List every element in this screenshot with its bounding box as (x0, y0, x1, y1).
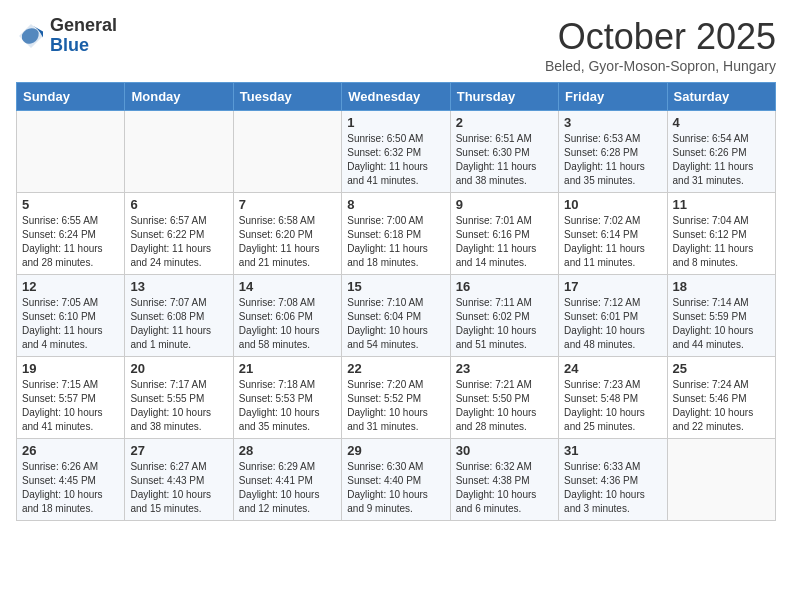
calendar-cell: 22Sunrise: 7:20 AM Sunset: 5:52 PM Dayli… (342, 357, 450, 439)
day-info: Sunrise: 7:10 AM Sunset: 6:04 PM Dayligh… (347, 296, 444, 352)
calendar-cell: 2Sunrise: 6:51 AM Sunset: 6:30 PM Daylig… (450, 111, 558, 193)
weekday-header-thursday: Thursday (450, 83, 558, 111)
calendar-cell: 21Sunrise: 7:18 AM Sunset: 5:53 PM Dayli… (233, 357, 341, 439)
day-number: 5 (22, 197, 119, 212)
day-number: 28 (239, 443, 336, 458)
title-block: October 2025 Beled, Gyor-Moson-Sopron, H… (545, 16, 776, 74)
day-number: 25 (673, 361, 770, 376)
day-info: Sunrise: 7:04 AM Sunset: 6:12 PM Dayligh… (673, 214, 770, 270)
day-info: Sunrise: 7:24 AM Sunset: 5:46 PM Dayligh… (673, 378, 770, 434)
calendar-cell: 18Sunrise: 7:14 AM Sunset: 5:59 PM Dayli… (667, 275, 775, 357)
calendar-table: SundayMondayTuesdayWednesdayThursdayFrid… (16, 82, 776, 521)
calendar-cell (667, 439, 775, 521)
day-number: 14 (239, 279, 336, 294)
logo-icon (16, 21, 46, 51)
day-number: 10 (564, 197, 661, 212)
day-number: 31 (564, 443, 661, 458)
day-info: Sunrise: 7:21 AM Sunset: 5:50 PM Dayligh… (456, 378, 553, 434)
day-info: Sunrise: 7:20 AM Sunset: 5:52 PM Dayligh… (347, 378, 444, 434)
month-title: October 2025 (545, 16, 776, 58)
calendar-cell: 1Sunrise: 6:50 AM Sunset: 6:32 PM Daylig… (342, 111, 450, 193)
calendar-cell: 30Sunrise: 6:32 AM Sunset: 4:38 PM Dayli… (450, 439, 558, 521)
day-info: Sunrise: 7:02 AM Sunset: 6:14 PM Dayligh… (564, 214, 661, 270)
page-header: General Blue October 2025 Beled, Gyor-Mo… (16, 16, 776, 74)
day-info: Sunrise: 7:08 AM Sunset: 6:06 PM Dayligh… (239, 296, 336, 352)
logo-text: General Blue (50, 16, 117, 56)
calendar-week-5: 26Sunrise: 6:26 AM Sunset: 4:45 PM Dayli… (17, 439, 776, 521)
day-info: Sunrise: 7:17 AM Sunset: 5:55 PM Dayligh… (130, 378, 227, 434)
day-number: 6 (130, 197, 227, 212)
calendar-cell: 17Sunrise: 7:12 AM Sunset: 6:01 PM Dayli… (559, 275, 667, 357)
calendar-cell: 28Sunrise: 6:29 AM Sunset: 4:41 PM Dayli… (233, 439, 341, 521)
calendar-cell: 25Sunrise: 7:24 AM Sunset: 5:46 PM Dayli… (667, 357, 775, 439)
day-info: Sunrise: 7:11 AM Sunset: 6:02 PM Dayligh… (456, 296, 553, 352)
calendar-week-2: 5Sunrise: 6:55 AM Sunset: 6:24 PM Daylig… (17, 193, 776, 275)
day-number: 2 (456, 115, 553, 130)
weekday-header-row: SundayMondayTuesdayWednesdayThursdayFrid… (17, 83, 776, 111)
day-number: 17 (564, 279, 661, 294)
day-info: Sunrise: 6:55 AM Sunset: 6:24 PM Dayligh… (22, 214, 119, 270)
day-info: Sunrise: 7:12 AM Sunset: 6:01 PM Dayligh… (564, 296, 661, 352)
calendar-week-3: 12Sunrise: 7:05 AM Sunset: 6:10 PM Dayli… (17, 275, 776, 357)
day-number: 24 (564, 361, 661, 376)
calendar-cell: 4Sunrise: 6:54 AM Sunset: 6:26 PM Daylig… (667, 111, 775, 193)
subtitle: Beled, Gyor-Moson-Sopron, Hungary (545, 58, 776, 74)
day-number: 8 (347, 197, 444, 212)
day-number: 3 (564, 115, 661, 130)
calendar-cell: 23Sunrise: 7:21 AM Sunset: 5:50 PM Dayli… (450, 357, 558, 439)
calendar-cell: 12Sunrise: 7:05 AM Sunset: 6:10 PM Dayli… (17, 275, 125, 357)
day-info: Sunrise: 6:54 AM Sunset: 6:26 PM Dayligh… (673, 132, 770, 188)
day-number: 26 (22, 443, 119, 458)
day-number: 1 (347, 115, 444, 130)
weekday-header-friday: Friday (559, 83, 667, 111)
day-number: 23 (456, 361, 553, 376)
calendar-cell: 3Sunrise: 6:53 AM Sunset: 6:28 PM Daylig… (559, 111, 667, 193)
day-info: Sunrise: 6:51 AM Sunset: 6:30 PM Dayligh… (456, 132, 553, 188)
day-info: Sunrise: 6:33 AM Sunset: 4:36 PM Dayligh… (564, 460, 661, 516)
calendar-cell: 15Sunrise: 7:10 AM Sunset: 6:04 PM Dayli… (342, 275, 450, 357)
weekday-header-sunday: Sunday (17, 83, 125, 111)
calendar-cell: 26Sunrise: 6:26 AM Sunset: 4:45 PM Dayli… (17, 439, 125, 521)
day-number: 27 (130, 443, 227, 458)
day-info: Sunrise: 7:00 AM Sunset: 6:18 PM Dayligh… (347, 214, 444, 270)
day-number: 19 (22, 361, 119, 376)
day-number: 20 (130, 361, 227, 376)
calendar-cell: 20Sunrise: 7:17 AM Sunset: 5:55 PM Dayli… (125, 357, 233, 439)
day-info: Sunrise: 6:26 AM Sunset: 4:45 PM Dayligh… (22, 460, 119, 516)
calendar-cell: 8Sunrise: 7:00 AM Sunset: 6:18 PM Daylig… (342, 193, 450, 275)
day-number: 13 (130, 279, 227, 294)
day-number: 18 (673, 279, 770, 294)
day-number: 4 (673, 115, 770, 130)
calendar-week-4: 19Sunrise: 7:15 AM Sunset: 5:57 PM Dayli… (17, 357, 776, 439)
calendar-cell: 5Sunrise: 6:55 AM Sunset: 6:24 PM Daylig… (17, 193, 125, 275)
day-info: Sunrise: 6:27 AM Sunset: 4:43 PM Dayligh… (130, 460, 227, 516)
calendar-cell: 14Sunrise: 7:08 AM Sunset: 6:06 PM Dayli… (233, 275, 341, 357)
day-info: Sunrise: 6:29 AM Sunset: 4:41 PM Dayligh… (239, 460, 336, 516)
day-info: Sunrise: 7:15 AM Sunset: 5:57 PM Dayligh… (22, 378, 119, 434)
weekday-header-tuesday: Tuesday (233, 83, 341, 111)
day-number: 16 (456, 279, 553, 294)
calendar-week-1: 1Sunrise: 6:50 AM Sunset: 6:32 PM Daylig… (17, 111, 776, 193)
day-number: 7 (239, 197, 336, 212)
weekday-header-saturday: Saturday (667, 83, 775, 111)
day-info: Sunrise: 6:50 AM Sunset: 6:32 PM Dayligh… (347, 132, 444, 188)
calendar-cell: 6Sunrise: 6:57 AM Sunset: 6:22 PM Daylig… (125, 193, 233, 275)
calendar-cell: 29Sunrise: 6:30 AM Sunset: 4:40 PM Dayli… (342, 439, 450, 521)
calendar-cell: 7Sunrise: 6:58 AM Sunset: 6:20 PM Daylig… (233, 193, 341, 275)
day-number: 15 (347, 279, 444, 294)
calendar-cell (233, 111, 341, 193)
day-number: 29 (347, 443, 444, 458)
calendar-header: SundayMondayTuesdayWednesdayThursdayFrid… (17, 83, 776, 111)
day-number: 12 (22, 279, 119, 294)
calendar-cell (125, 111, 233, 193)
calendar-cell: 16Sunrise: 7:11 AM Sunset: 6:02 PM Dayli… (450, 275, 558, 357)
weekday-header-wednesday: Wednesday (342, 83, 450, 111)
logo: General Blue (16, 16, 117, 56)
calendar-cell: 27Sunrise: 6:27 AM Sunset: 4:43 PM Dayli… (125, 439, 233, 521)
calendar-cell: 24Sunrise: 7:23 AM Sunset: 5:48 PM Dayli… (559, 357, 667, 439)
day-info: Sunrise: 7:05 AM Sunset: 6:10 PM Dayligh… (22, 296, 119, 352)
day-info: Sunrise: 6:32 AM Sunset: 4:38 PM Dayligh… (456, 460, 553, 516)
calendar-body: 1Sunrise: 6:50 AM Sunset: 6:32 PM Daylig… (17, 111, 776, 521)
day-info: Sunrise: 7:23 AM Sunset: 5:48 PM Dayligh… (564, 378, 661, 434)
day-number: 22 (347, 361, 444, 376)
